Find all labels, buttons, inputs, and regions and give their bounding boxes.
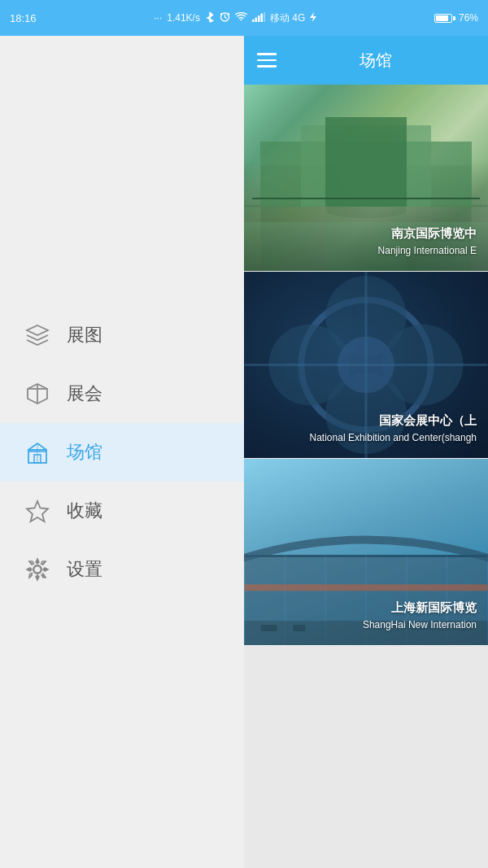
status-bar: 18:16 ··· 1.41K/s — [0, 0, 488, 36]
bluetooth-icon — [205, 11, 215, 25]
hamburger-line-2 — [257, 59, 277, 62]
svg-line-15 — [28, 443, 37, 450]
flash-icon — [310, 12, 316, 24]
sidebar-item-favorites[interactable]: 收藏 — [0, 482, 244, 540]
venue-name-en-nanjing: Nanjing International E — [255, 244, 477, 258]
favorites-label: 收藏 — [67, 499, 102, 523]
venue-list[interactable]: 南京国际博览中 Nanjing International E — [244, 85, 488, 868]
venue-name-en-shanghai: ShangHai New Internation — [255, 618, 477, 632]
venue-name-cn-shanghai: 上海新国际博览 — [255, 599, 477, 616]
svg-line-3 — [224, 17, 226, 19]
sidebar-item-venue[interactable]: 场馆 — [0, 423, 244, 482]
svg-line-16 — [37, 443, 46, 450]
venue-card-shanghai[interactable]: 上海新国际博览 ShangHai New Internation — [244, 459, 488, 646]
svg-rect-7 — [260, 13, 263, 22]
building-icon — [24, 439, 50, 465]
expo-label: 展会 — [67, 382, 102, 406]
venue-card-nanjing[interactable]: 南京国际博览中 Nanjing International E — [244, 85, 488, 272]
speed-indicator: 1.41K/s — [167, 12, 200, 24]
svg-rect-4 — [252, 20, 255, 22]
svg-marker-10 — [27, 325, 48, 335]
venue-overlay-national: 国家会展中心（上 National Exhibition and Center(… — [244, 402, 488, 458]
wifi-icon — [235, 12, 247, 24]
svg-rect-37 — [325, 117, 407, 207]
sidebar: 展图 展会 — [0, 36, 244, 868]
status-time: 18:16 — [10, 12, 37, 24]
layers-icon — [24, 322, 50, 348]
status-center: ··· 1.41K/s — [154, 11, 316, 25]
alarm-icon — [220, 11, 230, 24]
svg-rect-8 — [264, 12, 265, 22]
sidebar-item-settings[interactable]: 设置 — [0, 540, 244, 599]
venue-overlay-nanjing: 南京国际博览中 Nanjing International E — [244, 215, 488, 271]
sidebar-item-expo[interactable]: 展会 — [0, 364, 244, 423]
battery-percent: 76% — [459, 12, 478, 24]
venue-name-en-national: National Exhibition and Center(shangh — [255, 431, 477, 445]
topbar: 场馆 — [244, 36, 488, 85]
hamburger-line-3 — [257, 65, 277, 68]
topbar-title: 场馆 — [277, 50, 475, 72]
star-icon — [24, 498, 50, 524]
venue-name-cn-nanjing: 南京国际博览中 — [255, 225, 477, 242]
network-label: 移动 4G — [270, 11, 305, 25]
signal-bars-icon — [252, 12, 265, 24]
hamburger-line-1 — [257, 53, 277, 55]
svg-marker-20 — [27, 501, 48, 521]
svg-marker-9 — [310, 12, 316, 22]
box-icon — [24, 381, 50, 407]
svg-point-22 — [34, 565, 41, 573]
status-right: 76% — [434, 12, 478, 24]
sidebar-item-map[interactable]: 展图 — [0, 306, 244, 364]
settings-label: 设置 — [67, 557, 102, 582]
signal-dots: ··· — [154, 12, 162, 24]
venue-name-cn-national: 国家会展中心（上 — [255, 412, 477, 429]
main-layout: 展图 展会 — [0, 36, 488, 868]
gear-icon — [24, 556, 50, 582]
hamburger-button[interactable] — [257, 53, 277, 68]
venue-card-national[interactable]: 国家会展中心（上 National Exhibition and Center(… — [244, 272, 488, 459]
svg-rect-6 — [258, 15, 260, 22]
battery-icon — [434, 14, 455, 23]
svg-rect-5 — [255, 17, 257, 22]
map-label: 展图 — [67, 323, 102, 347]
right-panel: 场馆 — [244, 36, 488, 868]
venue-label: 场馆 — [67, 440, 102, 465]
venue-overlay-shanghai: 上海新国际博览 ShangHai New Internation — [244, 589, 488, 645]
